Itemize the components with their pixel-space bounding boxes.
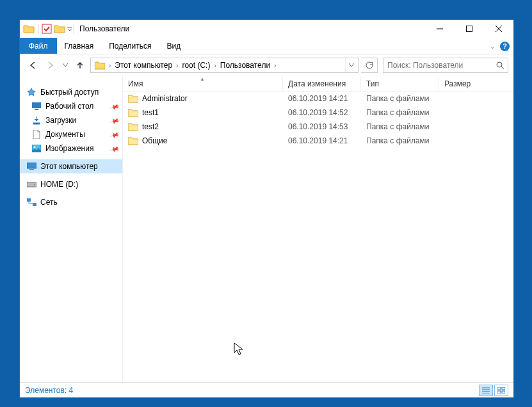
new-folder-icon[interactable]	[54, 24, 65, 34]
sidebar-label: HOME (D:)	[40, 180, 78, 189]
ribbon-tabs: Файл Главная Поделиться Вид ⌄ ?	[20, 38, 513, 54]
tab-share[interactable]: Поделиться	[101, 38, 159, 54]
sidebar-item-desktop[interactable]: Рабочий стол 📌	[20, 99, 122, 113]
svg-point-3	[497, 62, 502, 67]
search-input[interactable]	[383, 61, 492, 70]
ribbon-expand-icon[interactable]: ⌄	[490, 43, 495, 50]
close-button[interactable]	[484, 20, 513, 38]
window-controls	[425, 20, 513, 38]
ribbon-right: ⌄ ?	[490, 38, 510, 54]
qat-dropdown-icon[interactable]	[67, 24, 72, 33]
file-type: Папка с файлами	[361, 136, 439, 145]
large-icons-view-button[interactable]	[494, 385, 508, 396]
search-icon[interactable]	[492, 58, 508, 72]
computer-icon	[26, 161, 36, 172]
breadcrumb-users[interactable]: Пользователи	[218, 58, 273, 72]
column-type[interactable]: Тип	[361, 76, 439, 91]
folder-icon	[128, 108, 138, 117]
network-icon	[26, 197, 36, 207]
tab-home[interactable]: Главная	[57, 38, 102, 54]
breadcrumb-this-pc[interactable]: Этот компьютер	[112, 58, 175, 72]
file-name: test2	[142, 122, 159, 131]
qat-separator	[38, 24, 38, 34]
search-box[interactable]	[383, 58, 508, 73]
details-view-button[interactable]	[479, 385, 493, 396]
star-icon	[26, 87, 36, 97]
column-label: Имя	[128, 79, 143, 88]
table-row[interactable]: Общие06.10.2019 14:21Папка с файлами	[123, 134, 513, 148]
help-icon[interactable]: ?	[500, 42, 510, 51]
chevron-right-icon[interactable]: ›	[175, 62, 179, 69]
sidebar-label: Быстрый доступ	[40, 88, 99, 97]
file-list: Administrator06.10.2019 14:21Папка с фай…	[123, 92, 513, 382]
chevron-right-icon[interactable]: ›	[213, 62, 217, 69]
column-size[interactable]: Размер	[439, 76, 513, 91]
sidebar-this-pc[interactable]: Этот компьютер	[20, 159, 122, 173]
folder-icon	[128, 94, 138, 103]
tab-view[interactable]: Вид	[159, 38, 188, 54]
sidebar-label: Этот компьютер	[40, 162, 98, 171]
address-bar[interactable]: › Этот компьютер › root (C:) › Пользоват…	[90, 58, 359, 73]
pin-icon: 📌	[109, 101, 120, 111]
file-name: Общие	[142, 136, 167, 145]
body: Быстрый доступ Рабочий стол 📌 Загрузки 📌…	[20, 76, 513, 382]
file-date: 06.10.2019 14:21	[283, 94, 361, 103]
tab-file[interactable]: Файл	[20, 38, 57, 54]
properties-icon[interactable]	[42, 24, 52, 34]
minimize-button[interactable]	[425, 20, 455, 38]
breadcrumb-root-c[interactable]: root (C:)	[179, 58, 213, 72]
sidebar-item-pictures[interactable]: Изображения 📌	[20, 141, 122, 156]
sidebar-item-label: Изображения	[45, 144, 93, 153]
sidebar-item-downloads[interactable]: Загрузки 📌	[20, 113, 122, 127]
table-row[interactable]: test106.10.2019 14:52Папка с файлами	[123, 106, 513, 120]
file-date: 06.10.2019 14:52	[283, 108, 361, 117]
svg-line-4	[501, 67, 504, 69]
navigation-pane: Быстрый доступ Рабочий стол 📌 Загрузки 📌…	[20, 76, 122, 382]
folder-icon	[128, 122, 138, 131]
column-name[interactable]: Имя ▲	[123, 76, 283, 91]
forward-button[interactable]	[43, 58, 58, 73]
downloads-icon	[31, 115, 42, 125]
svg-rect-17	[497, 391, 501, 394]
file-type: Папка с файлами	[361, 122, 439, 131]
breadcrumb-root-icon[interactable]	[92, 58, 108, 72]
sidebar-item-documents[interactable]: Документы 📌	[20, 127, 122, 141]
refresh-button[interactable]	[361, 58, 378, 73]
nav-row: › Этот компьютер › root (C:) › Пользоват…	[20, 54, 513, 76]
svg-rect-5	[32, 102, 41, 108]
sidebar-item-label: Рабочий стол	[45, 102, 93, 111]
file-type: Папка с файлами	[361, 108, 439, 117]
maximize-button[interactable]	[455, 20, 484, 38]
folder-icon	[128, 136, 138, 145]
svg-rect-9	[27, 163, 36, 168]
address-history-dropdown[interactable]	[345, 58, 357, 72]
desktop-icon	[31, 101, 42, 111]
back-button[interactable]	[25, 58, 40, 73]
column-headers: Имя ▲ Дата изменения Тип Размер	[123, 76, 513, 92]
sort-indicator-icon: ▲	[200, 76, 205, 82]
view-buttons	[479, 385, 508, 396]
chevron-right-icon[interactable]: ›	[273, 62, 277, 69]
sidebar-network[interactable]: Сеть	[20, 195, 122, 209]
quick-access-toolbar	[20, 24, 72, 34]
title-separator	[74, 24, 74, 34]
sidebar-drive-home[interactable]: HOME (D:)	[20, 177, 122, 191]
pin-icon: 📌	[109, 115, 120, 125]
up-button[interactable]	[72, 58, 88, 73]
chevron-right-icon[interactable]: ›	[108, 62, 112, 69]
column-date[interactable]: Дата изменения	[283, 76, 361, 91]
pin-icon: 📌	[109, 143, 120, 154]
content-area: Имя ▲ Дата изменения Тип Размер Administ…	[122, 76, 513, 382]
svg-rect-10	[29, 169, 34, 170]
window-title: Пользователи	[79, 24, 129, 33]
table-row[interactable]: Administrator06.10.2019 14:21Папка с фай…	[123, 92, 513, 106]
recent-dropdown[interactable]	[61, 58, 70, 73]
status-text: Элементов: 4	[25, 386, 73, 395]
svg-rect-6	[35, 109, 38, 110]
svg-rect-0	[42, 24, 51, 33]
sidebar-item-label: Документы	[45, 130, 85, 139]
sidebar-quick-access[interactable]: Быстрый доступ	[20, 85, 122, 99]
table-row[interactable]: test206.10.2019 14:53Папка с файлами	[123, 120, 513, 134]
file-name: test1	[142, 108, 159, 117]
file-date: 06.10.2019 14:53	[283, 122, 361, 131]
